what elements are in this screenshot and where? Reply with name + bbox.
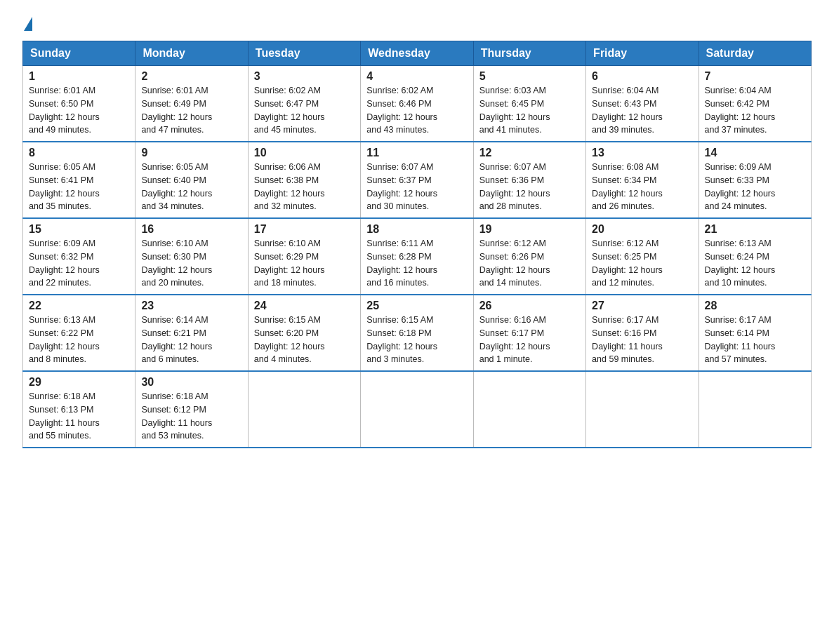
- day-number: 16: [141, 223, 241, 236]
- day-info: Sunrise: 6:09 AMSunset: 6:33 PMDaylight:…: [705, 162, 776, 211]
- calendar-cell: 26 Sunrise: 6:16 AMSunset: 6:17 PMDaylig…: [473, 295, 585, 371]
- day-number: 11: [366, 147, 467, 159]
- calendar-cell: 4 Sunrise: 6:02 AMSunset: 6:46 PMDayligh…: [361, 66, 473, 142]
- day-number: 2: [141, 70, 241, 83]
- calendar-cell: 16 Sunrise: 6:10 AMSunset: 6:30 PMDaylig…: [135, 218, 248, 295]
- day-number: 7: [705, 70, 805, 83]
- day-number: 4: [366, 70, 467, 83]
- day-info: Sunrise: 6:15 AMSunset: 6:18 PMDaylight:…: [366, 315, 437, 364]
- calendar-body: 1 Sunrise: 6:01 AMSunset: 6:50 PMDayligh…: [23, 66, 812, 448]
- day-info: Sunrise: 6:02 AMSunset: 6:46 PMDaylight:…: [366, 86, 437, 135]
- calendar-cell: 3 Sunrise: 6:02 AMSunset: 6:47 PMDayligh…: [248, 66, 360, 142]
- calendar-cell: 18 Sunrise: 6:11 AMSunset: 6:28 PMDaylig…: [361, 218, 473, 295]
- day-info: Sunrise: 6:11 AMSunset: 6:28 PMDaylight:…: [366, 239, 437, 288]
- col-monday: Monday: [135, 41, 248, 66]
- calendar-cell: 27 Sunrise: 6:17 AMSunset: 6:16 PMDaylig…: [586, 295, 699, 371]
- day-number: 21: [705, 223, 805, 236]
- calendar-cell: 20 Sunrise: 6:12 AMSunset: 6:25 PMDaylig…: [586, 218, 699, 295]
- day-number: 25: [366, 300, 467, 312]
- day-info: Sunrise: 6:08 AMSunset: 6:34 PMDaylight:…: [592, 162, 663, 211]
- calendar-cell: 30 Sunrise: 6:18 AMSunset: 6:12 PMDaylig…: [135, 371, 248, 448]
- calendar-cell: 17 Sunrise: 6:10 AMSunset: 6:29 PMDaylig…: [248, 218, 360, 295]
- day-info: Sunrise: 6:02 AMSunset: 6:47 PMDaylight:…: [254, 86, 325, 135]
- day-number: 27: [592, 300, 692, 312]
- col-tuesday: Tuesday: [248, 41, 360, 66]
- calendar-week-3: 15 Sunrise: 6:09 AMSunset: 6:32 PMDaylig…: [23, 218, 812, 295]
- day-info: Sunrise: 6:05 AMSunset: 6:41 PMDaylight:…: [29, 162, 100, 211]
- calendar-cell: 25 Sunrise: 6:15 AMSunset: 6:18 PMDaylig…: [361, 295, 473, 371]
- calendar-week-1: 1 Sunrise: 6:01 AMSunset: 6:50 PMDayligh…: [23, 66, 812, 142]
- col-saturday: Saturday: [699, 41, 811, 66]
- day-info: Sunrise: 6:05 AMSunset: 6:40 PMDaylight:…: [141, 162, 212, 211]
- calendar-cell: [361, 371, 473, 448]
- calendar-cell: 1 Sunrise: 6:01 AMSunset: 6:50 PMDayligh…: [23, 66, 135, 142]
- day-info: Sunrise: 6:18 AMSunset: 6:12 PMDaylight:…: [141, 391, 212, 441]
- day-info: Sunrise: 6:01 AMSunset: 6:49 PMDaylight:…: [141, 86, 212, 135]
- day-info: Sunrise: 6:12 AMSunset: 6:25 PMDaylight:…: [592, 239, 663, 288]
- calendar-table: Sunday Monday Tuesday Wednesday Thursday…: [22, 41, 812, 448]
- day-info: Sunrise: 6:13 AMSunset: 6:22 PMDaylight:…: [29, 315, 100, 364]
- calendar-cell: 7 Sunrise: 6:04 AMSunset: 6:42 PMDayligh…: [699, 66, 811, 142]
- day-info: Sunrise: 6:14 AMSunset: 6:21 PMDaylight:…: [141, 315, 212, 364]
- day-info: Sunrise: 6:10 AMSunset: 6:29 PMDaylight:…: [254, 239, 325, 288]
- day-info: Sunrise: 6:07 AMSunset: 6:36 PMDaylight:…: [479, 162, 550, 211]
- day-number: 10: [254, 147, 355, 159]
- day-info: Sunrise: 6:04 AMSunset: 6:43 PMDaylight:…: [592, 86, 663, 135]
- day-number: 12: [479, 147, 580, 159]
- calendar-week-4: 22 Sunrise: 6:13 AMSunset: 6:22 PMDaylig…: [23, 295, 812, 371]
- day-info: Sunrise: 6:18 AMSunset: 6:13 PMDaylight:…: [29, 391, 100, 441]
- day-number: 22: [29, 300, 129, 312]
- day-info: Sunrise: 6:15 AMSunset: 6:20 PMDaylight:…: [254, 315, 325, 364]
- day-number: 24: [254, 300, 355, 312]
- col-sunday: Sunday: [23, 41, 135, 66]
- day-number: 18: [366, 223, 467, 236]
- calendar-week-5: 29 Sunrise: 6:18 AMSunset: 6:13 PMDaylig…: [23, 371, 812, 448]
- calendar-header: Sunday Monday Tuesday Wednesday Thursday…: [23, 41, 812, 66]
- calendar-cell: 2 Sunrise: 6:01 AMSunset: 6:49 PMDayligh…: [135, 66, 248, 142]
- calendar-cell: 5 Sunrise: 6:03 AMSunset: 6:45 PMDayligh…: [473, 66, 585, 142]
- calendar-cell: 28 Sunrise: 6:17 AMSunset: 6:14 PMDaylig…: [699, 295, 811, 371]
- day-number: 6: [592, 70, 692, 83]
- col-thursday: Thursday: [473, 41, 585, 66]
- day-number: 1: [29, 70, 129, 83]
- day-info: Sunrise: 6:13 AMSunset: 6:24 PMDaylight:…: [705, 239, 776, 288]
- calendar-cell: 10 Sunrise: 6:06 AMSunset: 6:38 PMDaylig…: [248, 142, 360, 218]
- calendar-cell: 12 Sunrise: 6:07 AMSunset: 6:36 PMDaylig…: [473, 142, 585, 218]
- day-number: 15: [29, 223, 129, 236]
- calendar-cell: [248, 371, 360, 448]
- day-number: 23: [141, 300, 241, 312]
- day-number: 29: [29, 376, 129, 389]
- header: [22, 17, 812, 32]
- calendar-cell: [586, 371, 699, 448]
- col-friday: Friday: [586, 41, 699, 66]
- day-number: 5: [479, 70, 580, 83]
- day-info: Sunrise: 6:16 AMSunset: 6:17 PMDaylight:…: [479, 315, 550, 364]
- day-info: Sunrise: 6:04 AMSunset: 6:42 PMDaylight:…: [705, 86, 776, 135]
- calendar-cell: [473, 371, 585, 448]
- calendar-cell: 13 Sunrise: 6:08 AMSunset: 6:34 PMDaylig…: [586, 142, 699, 218]
- day-info: Sunrise: 6:09 AMSunset: 6:32 PMDaylight:…: [29, 239, 100, 288]
- day-number: 3: [254, 70, 355, 83]
- day-info: Sunrise: 6:17 AMSunset: 6:14 PMDaylight:…: [705, 315, 776, 364]
- header-row: Sunday Monday Tuesday Wednesday Thursday…: [23, 41, 812, 66]
- calendar-cell: 6 Sunrise: 6:04 AMSunset: 6:43 PMDayligh…: [586, 66, 699, 142]
- logo: [22, 17, 35, 32]
- day-info: Sunrise: 6:10 AMSunset: 6:30 PMDaylight:…: [141, 239, 212, 288]
- day-info: Sunrise: 6:17 AMSunset: 6:16 PMDaylight:…: [592, 315, 663, 364]
- calendar-week-2: 8 Sunrise: 6:05 AMSunset: 6:41 PMDayligh…: [23, 142, 812, 218]
- day-number: 19: [479, 223, 580, 236]
- day-number: 20: [592, 223, 692, 236]
- calendar-cell: 23 Sunrise: 6:14 AMSunset: 6:21 PMDaylig…: [135, 295, 248, 371]
- col-wednesday: Wednesday: [361, 41, 473, 66]
- calendar-cell: 14 Sunrise: 6:09 AMSunset: 6:33 PMDaylig…: [699, 142, 811, 218]
- calendar-cell: 11 Sunrise: 6:07 AMSunset: 6:37 PMDaylig…: [361, 142, 473, 218]
- day-number: 8: [29, 147, 129, 159]
- day-number: 14: [705, 147, 805, 159]
- day-info: Sunrise: 6:12 AMSunset: 6:26 PMDaylight:…: [479, 239, 550, 288]
- calendar-cell: 24 Sunrise: 6:15 AMSunset: 6:20 PMDaylig…: [248, 295, 360, 371]
- day-number: 17: [254, 223, 355, 236]
- calendar-cell: 9 Sunrise: 6:05 AMSunset: 6:40 PMDayligh…: [135, 142, 248, 218]
- day-info: Sunrise: 6:01 AMSunset: 6:50 PMDaylight:…: [29, 86, 100, 135]
- day-info: Sunrise: 6:07 AMSunset: 6:37 PMDaylight:…: [366, 162, 437, 211]
- day-number: 30: [141, 376, 241, 389]
